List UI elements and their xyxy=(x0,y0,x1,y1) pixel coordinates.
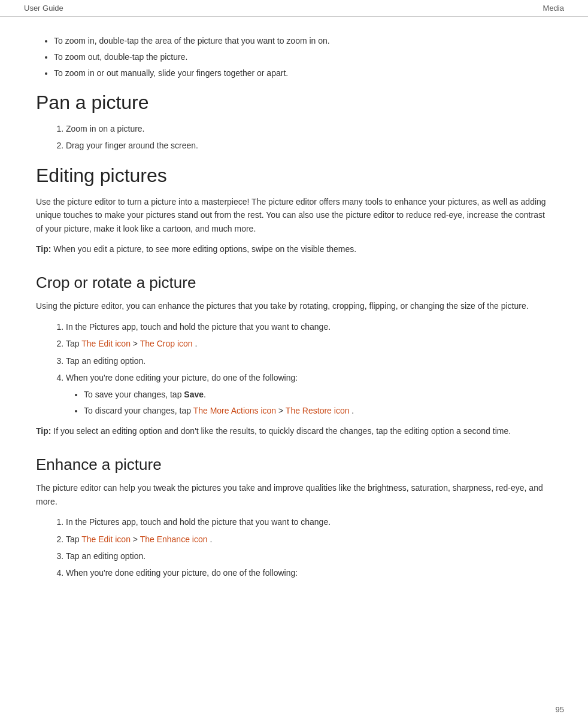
pan-heading: Pan a picture xyxy=(36,92,552,114)
list-item: In the Pictures app, touch and hold the … xyxy=(66,320,552,333)
editing-heading: Editing pictures xyxy=(36,165,552,187)
restore-icon-link[interactable]: The Restore icon xyxy=(286,406,350,415)
list-item: When you're done editing your picture, d… xyxy=(66,566,552,579)
page-content: To zoom in, double-tap the area of the p… xyxy=(0,17,588,726)
page-wrapper: User Guide Media To zoom in, double-tap … xyxy=(0,0,588,726)
pan-steps-list: Zoom in on a picture. Drag your finger a… xyxy=(66,122,552,153)
list-item: Tap The Edit icon > The Enhance icon . xyxy=(66,533,552,546)
list-item: To discard your changes, tap The More Ac… xyxy=(84,404,552,417)
crop-tip-text: If you select an editing option and don'… xyxy=(53,426,511,436)
header-left: User Guide xyxy=(24,4,63,13)
list-item: To zoom out, double-tap the picture. xyxy=(54,51,552,63)
crop-icon-link[interactable]: The Crop icon xyxy=(140,339,193,348)
page-container: User Guide Media To zoom in, double-tap … xyxy=(0,0,588,726)
list-item: In the Pictures app, touch and hold the … xyxy=(66,515,552,528)
enhance-heading: Enhance a picture xyxy=(36,455,552,474)
footer-page-number: 95 xyxy=(556,705,564,714)
crop-sub-bullets: To save your changes, tap Save. To disca… xyxy=(84,388,552,417)
list-item: When you're done editing your picture, d… xyxy=(66,371,552,417)
crop-description: Using the picture editor, you can enhanc… xyxy=(36,299,552,312)
edit-icon-link[interactable]: The Edit icon xyxy=(81,339,131,348)
crop-tip: Tip: If you select an editing option and… xyxy=(36,424,552,438)
list-item: Tap The Edit icon > The Crop icon . xyxy=(66,337,552,350)
header-right: Media xyxy=(543,4,564,13)
zoom-bullet-list: To zoom in, double-tap the area of the p… xyxy=(54,35,552,80)
editing-description: Use the picture editor to turn a picture… xyxy=(36,195,552,235)
tip-text: When you edit a picture, to see more edi… xyxy=(53,244,356,254)
list-item: To zoom in or out manually, slide your f… xyxy=(54,67,552,80)
page-header: User Guide Media xyxy=(0,0,588,17)
crop-steps-list: In the Pictures app, touch and hold the … xyxy=(66,320,552,417)
crop-heading: Crop or rotate a picture xyxy=(36,274,552,292)
list-item: Tap an editing option. xyxy=(66,354,552,367)
tip-label: Tip: xyxy=(36,244,51,254)
list-item: Zoom in on a picture. xyxy=(66,122,552,135)
list-item: Drag your finger around the screen. xyxy=(66,139,552,152)
list-item: To save your changes, tap Save. xyxy=(84,388,552,401)
enhance-icon-link[interactable]: The Enhance icon xyxy=(140,534,208,544)
editing-tip: Tip: When you edit a picture, to see mor… xyxy=(36,242,552,256)
more-actions-icon-link[interactable]: The More Actions icon xyxy=(193,406,277,415)
enhance-steps-list: In the Pictures app, touch and hold the … xyxy=(66,515,552,580)
edit-icon-link-2[interactable]: The Edit icon xyxy=(81,534,131,544)
list-item: Tap an editing option. xyxy=(66,549,552,563)
list-item: To zoom in, double-tap the area of the p… xyxy=(54,35,552,47)
tip-label: Tip: xyxy=(36,426,51,436)
enhance-description: The picture editor can help you tweak th… xyxy=(36,481,552,508)
